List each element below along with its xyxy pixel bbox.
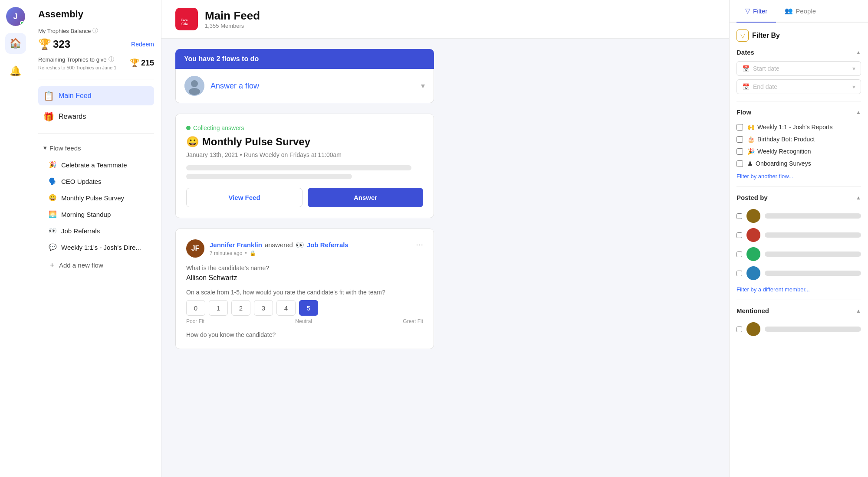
tab-filter[interactable]: ▽ Filter [736,0,776,23]
flow-feeds-header[interactable]: ▾ Flow feeds [38,140,154,155]
redeem-link[interactable]: Redeem [131,41,154,48]
checkbox-mentioned-1[interactable] [736,327,742,332]
checkbox-weekly-recognition[interactable] [736,148,743,155]
post-question-3: How do you know the candidate? [186,331,423,338]
ceo-icon: 🗣️ [49,177,57,185]
post-flow-name[interactable]: Job Referrals [307,241,349,248]
tab-people[interactable]: 👥 People [776,0,825,23]
post-author-info: Jennifer Franklin answered 👀 Job Referra… [210,241,349,256]
posted-by-member-3[interactable] [736,245,861,264]
rating-0[interactable]: 0 [186,300,205,316]
job-referrals-icon: 👀 [49,227,57,235]
post-author-avatar: JF [186,239,204,258]
filter-more-member-link[interactable]: Filter by a different member... [736,286,861,293]
flow-checkbox-onboarding[interactable]: ♟ Onboarding Surveys [736,157,861,170]
post-question-1: What is the candidate's name? [186,265,423,271]
flow-checkbox-weekly-1on1[interactable]: 🙌 Weekly 1:1 - Josh's Reports [736,121,861,133]
post-action-text: answered [265,241,293,248]
feed-content: You have 2 flows to do Answer a flow ▾ C… [161,39,448,359]
main-header: Coca -Cola Main Feed 1,355 Members [161,0,729,39]
divider-dates-flow [736,101,861,101]
sidebar-item-weekly-1on1[interactable]: 💬 Weekly 1:1's - Josh's Dire... [38,239,154,255]
morning-standup-icon: 🌅 [49,210,57,218]
rewards-icon: 🎁 [43,111,54,122]
coca-cola-logo: Coca -Cola [175,8,198,30]
rating-question: On a scale from 1-5, how would you rate … [186,289,423,296]
flow-checkbox-weekly-recognition[interactable]: 🎉 Weekly Recognition [736,145,861,157]
refreshes-text: Refreshes to 500 Trophies on June 1 [38,65,116,70]
sidebar-item-rewards[interactable]: 🎁 Rewards [38,107,154,126]
rating-numbers: 0 1 2 3 4 5 [186,300,423,316]
people-icon: 👥 [785,7,793,15]
add-flow-item[interactable]: ＋ Add a new flow [38,257,154,274]
flow-answer-text[interactable]: Answer a flow [210,82,415,91]
rating-5[interactable]: 5 [299,300,318,316]
flow-answer-dropdown-icon[interactable]: ▾ [421,81,425,91]
sidebar-item-main-feed[interactable]: 📋 Main Feed [38,86,154,105]
filter-by-icon: ▽ [736,29,749,42]
posted-by-member-2[interactable] [736,225,861,245]
survey-date: January 13th, 2021 • Runs Weekly on Frid… [186,151,423,158]
home-nav-icon[interactable]: 🏠 [5,33,26,54]
post-more-button[interactable]: ··· [416,239,423,249]
rating-4[interactable]: 4 [276,300,296,316]
trophy-icon: 🏆 [38,38,51,50]
sidebar-item-job-referrals[interactable]: 👀 Job Referrals [38,223,154,238]
remaining-label-group: Remaining Trophies to give ⓘ Refreshes t… [38,56,116,70]
rating-2[interactable]: 2 [231,300,250,316]
sidebar-item-morning-standup[interactable]: 🌅 Morning Standup [38,206,154,222]
mentioned-group-header[interactable]: Mentioned ▲ [736,307,861,314]
checkbox-onboarding[interactable] [736,160,743,167]
member-2-name [765,232,861,238]
answer-button[interactable]: Answer [308,188,423,207]
flow-checkbox-birthday[interactable]: 🎂 Birthday Bot: Product [736,133,861,145]
sidebar-item-celebrate[interactable]: 🎉 Celebrate a Teammate [38,157,154,173]
checkbox-weekly-1on1[interactable] [736,124,743,131]
checkbox-member-4[interactable] [736,271,742,276]
filter-group-mentioned: Mentioned ▲ [736,307,861,339]
svg-point-5 [189,88,200,95]
filter-icon: ▽ [745,7,750,15]
flow-group-header[interactable]: Flow ▲ [736,108,861,116]
rating-1[interactable]: 1 [209,300,228,316]
checkbox-member-1[interactable] [736,213,742,219]
remaining-info-icon[interactable]: ⓘ [108,56,114,63]
posted-by-group-header[interactable]: Posted by ▲ [736,194,861,201]
post-author-name-row: Jennifer Franklin answered 👀 Job Referra… [210,241,349,249]
remaining-trophy-icon: 🏆 [130,58,139,68]
member-4-avatar [746,266,760,280]
checkbox-birthday[interactable] [736,136,743,143]
svg-text:Coca: Coca [181,19,188,22]
checkbox-member-3[interactable] [736,252,742,257]
rating-3[interactable]: 3 [254,300,273,316]
member-2-avatar [746,228,760,242]
post-answer-1: Allison Schwartz [186,274,423,282]
post-meta: 7 minutes ago • 🔒 [210,250,349,256]
dates-group-header[interactable]: Dates ▲ [736,49,861,56]
member-3-name [765,252,861,257]
dates-chevron-icon: ▲ [856,49,861,56]
add-icon: ＋ [49,261,56,270]
bell-nav-icon[interactable]: 🔔 [5,61,26,82]
post-visibility-icon: 🔒 [250,250,256,256]
collecting-text: Collecting answers [193,124,244,131]
end-date-input[interactable]: 📅 End date ▾ [736,79,861,94]
post-author-name[interactable]: Jennifer Franklin [210,241,262,248]
filter-more-flow-link[interactable]: Filter by another flow... [736,173,861,180]
remaining-row: Remaining Trophies to give ⓘ Refreshes t… [38,56,154,70]
member-3-avatar [746,247,760,261]
checkbox-member-2[interactable] [736,232,742,238]
posted-by-member-4[interactable] [736,264,861,283]
member-4-name [765,271,861,276]
start-date-input[interactable]: 📅 Start date ▾ [736,61,861,76]
trophies-info-icon[interactable]: ⓘ [92,27,98,35]
post-header: JF Jennifer Franklin answered 👀 Job Refe… [186,239,423,258]
monthly-pulse-icon: 😀 [49,194,57,202]
mentioned-member-1[interactable] [736,320,861,339]
posted-by-member-1[interactable] [736,206,861,225]
sidebar-item-monthly-pulse[interactable]: 😀 Monthly Pulse Survey [38,190,154,206]
view-feed-button[interactable]: View Feed [186,188,302,207]
user-avatar[interactable]: J [6,7,25,26]
sidebar-item-ceo[interactable]: 🗣️ CEO Updates [38,173,154,189]
main-header-text: Main Feed 1,355 Members [205,9,260,29]
